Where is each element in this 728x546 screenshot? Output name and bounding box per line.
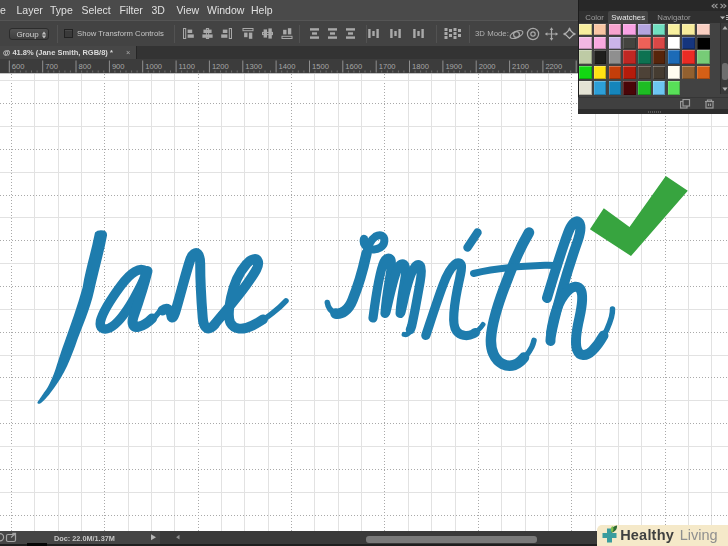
svg-text:700: 700 (45, 62, 58, 71)
svg-text:1300: 1300 (245, 62, 262, 71)
svg-text:2200: 2200 (545, 62, 562, 71)
svg-text:1800: 1800 (412, 62, 429, 71)
svg-text:2000: 2000 (479, 62, 496, 71)
svg-text:1600: 1600 (345, 62, 362, 71)
svg-text:1000: 1000 (145, 62, 162, 71)
svg-text:1900: 1900 (445, 62, 462, 71)
svg-text:900: 900 (112, 62, 125, 71)
svg-text:1500: 1500 (312, 62, 329, 71)
svg-text:1200: 1200 (212, 62, 229, 71)
svg-text:1400: 1400 (279, 62, 296, 71)
svg-text:1700: 1700 (379, 62, 396, 71)
svg-text:2100: 2100 (512, 62, 529, 71)
svg-text:600: 600 (12, 62, 25, 71)
svg-text:800: 800 (79, 62, 92, 71)
svg-text:1100: 1100 (179, 62, 195, 71)
